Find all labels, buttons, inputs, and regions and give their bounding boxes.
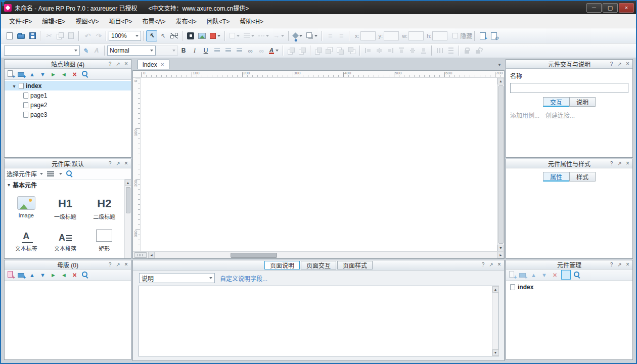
cut-button[interactable] [43,30,54,41]
canvas-tab-index[interactable]: index [138,60,169,69]
undo-button[interactable] [81,30,93,41]
bring-forward-button[interactable] [335,45,346,56]
scrollbar-thumb[interactable] [231,253,277,258]
align-objects-left-button[interactable] [362,45,374,56]
customize-note-fields-link[interactable]: 自定义说明字段... [220,274,267,283]
shadow-button[interactable] [304,30,320,41]
scrollbar-thumb[interactable] [126,187,130,213]
tab-interactions[interactable]: 交互 [543,97,569,107]
send-to-back-button[interactable] [324,45,335,56]
close-icon[interactable] [624,261,631,268]
tab-properties[interactable]: 属性 [543,172,569,181]
snap-guides-button[interactable] [325,30,336,41]
move-up-button[interactable] [28,270,36,279]
popout-icon[interactable] [616,61,623,67]
splitter-grip[interactable] [134,252,147,258]
search-icon[interactable] [81,270,89,279]
menu-file[interactable]: 文件<F> [4,15,37,27]
outdent-button[interactable] [60,270,68,279]
add-folder-button[interactable] [519,270,527,279]
menu-help[interactable]: 帮助<H> [235,15,268,27]
sitemap-item-page2[interactable]: page2 [5,100,131,110]
move-down-button[interactable] [38,70,47,78]
align-left-button[interactable] [211,45,222,56]
help-icon[interactable] [107,160,113,167]
create-connection-hint[interactable]: 创建连接... [545,111,575,119]
tab-page-styles[interactable]: 页面样式 [337,261,373,269]
move-up-button[interactable] [28,70,36,78]
help-icon[interactable] [480,261,486,268]
widget-item-rectangle[interactable]: 矩形 [85,221,124,252]
popout-icon[interactable] [115,261,121,268]
close-icon[interactable] [624,160,631,167]
widget-style-select[interactable]: Normal [107,46,156,56]
notes-field-select[interactable]: 说明 [139,273,215,283]
move-up-button[interactable] [529,270,538,279]
close-icon[interactable] [496,261,503,268]
scroll-down-icon[interactable]: ▼ [497,245,504,251]
manager-item-index[interactable]: index [506,282,632,292]
arrow-style-button[interactable] [271,30,286,41]
scroll-up-icon[interactable]: ▲ [492,286,499,293]
bring-to-front-button[interactable] [313,45,324,56]
connector-tool-button[interactable] [168,30,180,41]
preview-button[interactable] [477,30,488,41]
widget-item-h1[interactable]: H1 一级标题 [46,190,84,220]
copy-button[interactable] [54,30,65,41]
library-picker[interactable]: 选择元件库 [7,169,43,178]
save-button[interactable] [27,30,38,41]
help-icon[interactable] [608,160,615,167]
widget-item-h2[interactable]: H2 二级标题 [85,190,124,220]
edit-style-button[interactable] [80,45,91,56]
canvas-horizontal-scrollbar[interactable]: ◄ ► [133,251,504,258]
grid-settings-button[interactable] [336,30,347,41]
sitemap-item-index[interactable]: index [5,81,131,90]
y-coordinate-field[interactable] [384,31,399,40]
menu-arrange[interactable]: 布置<A> [137,15,170,27]
scroll-up-icon[interactable]: ▲ [125,179,131,186]
widget-section-header[interactable]: 基本元件 [5,179,131,190]
hide-checkbox[interactable] [452,33,458,38]
generate-button[interactable] [488,30,499,41]
align-objects-center-button[interactable] [374,45,385,56]
search-icon[interactable] [65,169,74,178]
menu-view[interactable]: 视图<V> [70,15,104,27]
indent-button[interactable] [49,70,58,78]
line-width-button[interactable] [242,30,256,41]
expander-icon[interactable] [12,82,17,89]
align-objects-top-button[interactable] [396,45,407,56]
font-family-select[interactable] [4,46,80,56]
popout-icon[interactable] [616,160,623,167]
tab-list-dropdown[interactable] [496,62,503,68]
redo-button[interactable] [93,30,104,41]
tab-page-interactions[interactable]: 页面交互 [301,261,336,269]
close-icon[interactable] [123,61,129,67]
insert-image-button[interactable] [196,30,208,41]
height-field[interactable] [432,31,447,40]
indent-button[interactable] [49,270,58,279]
align-right-button[interactable] [234,45,245,56]
widget-item-text-paragraph[interactable]: A 文本段落 [46,221,84,252]
help-icon[interactable] [107,261,113,268]
search-icon[interactable] [81,70,89,78]
widget-item-image[interactable]: Image [7,190,46,220]
scrollbar-track[interactable] [155,252,497,258]
design-canvas[interactable] [141,78,497,251]
canvas-vertical-scrollbar[interactable]: ▲ ▼ [497,78,504,251]
select-tool-button[interactable] [146,30,157,41]
open-file-button[interactable] [15,30,27,41]
send-backward-button[interactable] [346,45,357,56]
font-size-select[interactable] [156,46,178,56]
menu-publish[interactable]: 发布<I> [170,15,201,27]
maximize-button[interactable]: ▢ [603,3,618,13]
page-notes-textarea[interactable]: ▲ ▼ [138,286,499,356]
delete-button[interactable] [551,270,559,279]
remove-link-button[interactable] [256,45,267,56]
unlock-button[interactable] [473,45,484,56]
help-icon[interactable] [608,261,615,268]
popout-icon[interactable] [488,261,494,268]
close-icon[interactable] [123,261,129,268]
scroll-down-icon[interactable]: ▼ [492,349,499,356]
widget-list-scrollbar[interactable]: ▲ [124,179,131,258]
popout-icon[interactable] [115,160,121,167]
